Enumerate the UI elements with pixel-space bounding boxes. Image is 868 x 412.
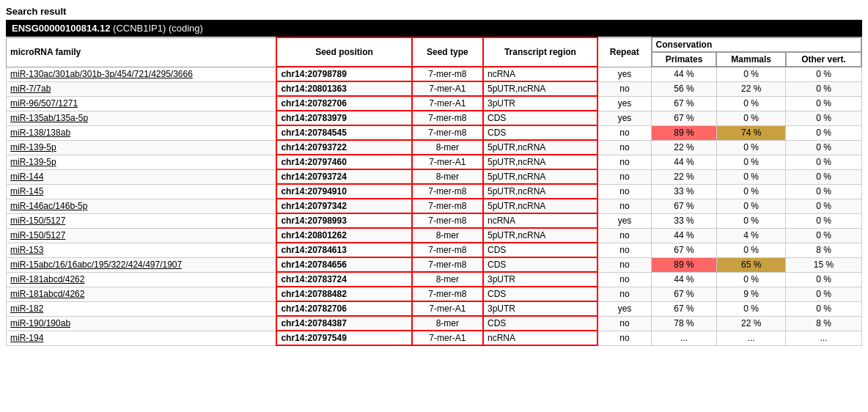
mammals-cell: 0 % xyxy=(716,96,786,111)
col-seed-type: Seed type xyxy=(412,37,483,67)
table-row: miR-153 chr14:20784613 7-mer-m8 CDS no 6… xyxy=(7,243,862,257)
mammals-cell: 0 % xyxy=(716,140,786,155)
table-row: miR-182 chr14:20782706 7-mer-A1 3pUTR ye… xyxy=(7,301,862,316)
mirna-cell[interactable]: miR-190/190ab xyxy=(7,316,277,331)
mirna-cell[interactable]: miR-181abcd/4262 xyxy=(7,287,277,301)
seed-pos-cell[interactable]: chr14:20797549 xyxy=(276,331,411,345)
mirna-cell[interactable]: miR-130ac/301ab/301b-3p/454/721/4295/366… xyxy=(7,67,277,81)
seed-pos-cell[interactable]: chr14:20797460 xyxy=(276,155,411,169)
mirna-cell[interactable]: miR-194 xyxy=(7,331,277,345)
repeat-cell: no xyxy=(597,316,652,331)
other-vert-cell: 15 % xyxy=(786,257,861,272)
mammals-cell: 0 % xyxy=(716,67,786,81)
transcript-cell: 5pUTR,ncRNA xyxy=(483,228,597,243)
gene-name: CCNB1IP1 xyxy=(116,23,163,34)
repeat-cell: yes xyxy=(597,111,652,125)
seed-type-cell: 7-mer-m8 xyxy=(412,184,483,199)
primates-cell: 78 % xyxy=(652,316,717,331)
primates-cell: 89 % xyxy=(652,257,717,272)
table-row: miR-150/5127 chr14:20801262 8-mer 5pUTR,… xyxy=(7,228,862,243)
mirna-cell[interactable]: miR-138/138ab xyxy=(7,125,277,140)
repeat-cell: yes xyxy=(597,96,652,111)
mirna-cell[interactable]: miR-145 xyxy=(7,184,277,199)
transcript-cell: CDS xyxy=(483,243,597,257)
mammals-cell: 22 % xyxy=(716,316,786,331)
gene-id: ENSG00000100814.12 xyxy=(12,23,110,34)
primates-cell: ... xyxy=(652,331,717,345)
transcript-cell: ncRNA xyxy=(483,213,597,228)
seed-pos-cell[interactable]: chr14:20782706 xyxy=(276,301,411,316)
mirna-cell[interactable]: miR-182 xyxy=(7,301,277,316)
seed-pos-cell[interactable]: chr14:20783724 xyxy=(276,272,411,287)
mirna-cell[interactable]: miR-135ab/135a-5p xyxy=(7,111,277,125)
mirna-cell[interactable]: miR-146ac/146b-5p xyxy=(7,199,277,213)
col-primates: Primates xyxy=(652,52,717,67)
seed-pos-cell[interactable]: chr14:20794910 xyxy=(276,184,411,199)
repeat-cell: no xyxy=(597,140,652,155)
seed-pos-cell[interactable]: chr14:20784613 xyxy=(276,243,411,257)
transcript-cell: ncRNA xyxy=(483,331,597,345)
seed-pos-cell[interactable]: chr14:20801363 xyxy=(276,81,411,96)
seed-pos-cell[interactable]: chr14:20793722 xyxy=(276,140,411,155)
repeat-cell: yes xyxy=(597,213,652,228)
table-row: miR-96/507/1271 chr14:20782706 7-mer-A1 … xyxy=(7,96,862,111)
other-vert-cell: 0 % xyxy=(786,199,861,213)
mirna-cell[interactable]: miR-153 xyxy=(7,243,277,257)
col-conservation-header: Conservation xyxy=(652,37,861,52)
seed-pos-cell[interactable]: chr14:20782706 xyxy=(276,96,411,111)
repeat-cell: no xyxy=(597,81,652,96)
mammals-cell: 0 % xyxy=(716,243,786,257)
other-vert-cell: 0 % xyxy=(786,140,861,155)
col-mammals: Mammals xyxy=(716,52,786,67)
seed-type-cell: 8-mer xyxy=(412,140,483,155)
seed-pos-cell[interactable]: chr14:20801262 xyxy=(276,228,411,243)
col-repeat: Repeat xyxy=(597,37,652,67)
other-vert-cell: 8 % xyxy=(786,243,861,257)
table-row: miR-135ab/135a-5p chr14:20783979 7-mer-m… xyxy=(7,111,862,125)
seed-type-cell: 7-mer-m8 xyxy=(412,287,483,301)
seed-type-cell: 7-mer-m8 xyxy=(412,243,483,257)
seed-type-cell: 7-mer-m8 xyxy=(412,199,483,213)
primates-cell: 67 % xyxy=(652,301,717,316)
mirna-cell[interactable]: miR-150/5127 xyxy=(7,213,277,228)
mammals-cell: ... xyxy=(716,331,786,345)
table-row: miR-146ac/146b-5p chr14:20797342 7-mer-m… xyxy=(7,199,862,213)
mirna-cell[interactable]: miR-139-5p xyxy=(7,140,277,155)
repeat-cell: no xyxy=(597,272,652,287)
seed-pos-cell[interactable]: chr14:20784545 xyxy=(276,125,411,140)
primates-cell: 44 % xyxy=(652,155,717,169)
seed-pos-cell[interactable]: chr14:20793724 xyxy=(276,169,411,184)
seed-type-cell: 8-mer xyxy=(412,169,483,184)
mirna-cell[interactable]: miR-144 xyxy=(7,169,277,184)
seed-pos-cell[interactable]: chr14:20784387 xyxy=(276,316,411,331)
table-row: miR-138/138ab chr14:20784545 7-mer-m8 CD… xyxy=(7,125,862,140)
transcript-cell: CDS xyxy=(483,257,597,272)
mirna-cell[interactable]: miR-96/507/1271 xyxy=(7,96,277,111)
seed-pos-cell[interactable]: chr14:20798993 xyxy=(276,213,411,228)
seed-pos-cell[interactable]: chr14:20784656 xyxy=(276,257,411,272)
table-row: miR-139-5p chr14:20797460 7-mer-A1 5pUTR… xyxy=(7,155,862,169)
mirna-cell[interactable]: miR-150/5127 xyxy=(7,228,277,243)
seed-pos-cell[interactable]: chr14:20783979 xyxy=(276,111,411,125)
mirna-cell[interactable]: miR-181abcd/4262 xyxy=(7,272,277,287)
repeat-cell: no xyxy=(597,169,652,184)
mirna-cell[interactable]: miR-15abc/16/16abc/195/322/424/497/1907 xyxy=(7,257,277,272)
primates-cell: 89 % xyxy=(652,125,717,140)
seed-type-cell: 7-mer-m8 xyxy=(412,67,483,81)
mirna-cell[interactable]: miR-139-5p xyxy=(7,155,277,169)
primates-cell: 67 % xyxy=(652,96,717,111)
transcript-cell: 5pUTR,ncRNA xyxy=(483,169,597,184)
other-vert-cell: ... xyxy=(786,331,861,345)
seed-pos-cell[interactable]: chr14:20788482 xyxy=(276,287,411,301)
transcript-cell: 5pUTR,ncRNA xyxy=(483,155,597,169)
repeat-cell: no xyxy=(597,184,652,199)
column-headers: microRNA family Seed position Seed type … xyxy=(7,37,862,52)
mammals-cell: 0 % xyxy=(716,199,786,213)
mirna-cell[interactable]: miR-7/7ab xyxy=(7,81,277,96)
other-vert-cell: 0 % xyxy=(786,213,861,228)
seed-pos-cell[interactable]: chr14:20797342 xyxy=(276,199,411,213)
mammals-cell: 4 % xyxy=(716,228,786,243)
seed-type-cell: 8-mer xyxy=(412,316,483,331)
mammals-cell: 0 % xyxy=(716,213,786,228)
seed-pos-cell[interactable]: chr14:20798789 xyxy=(276,67,411,81)
